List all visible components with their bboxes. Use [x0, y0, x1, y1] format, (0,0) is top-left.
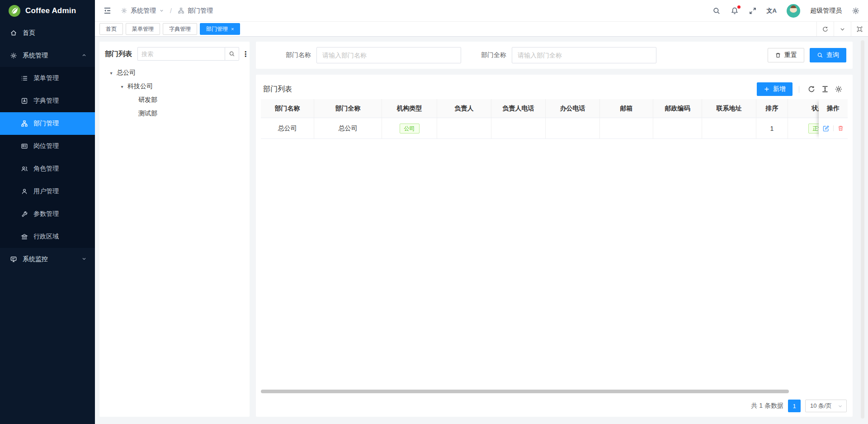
column-header[interactable]: 机构类型: [382, 99, 437, 118]
chevron-down-icon[interactable]: [834, 22, 851, 36]
sidebar-item-post-mgmt[interactable]: 岗位管理: [0, 135, 95, 157]
refresh-icon[interactable]: [816, 22, 834, 36]
tree-node-label: 测试部: [138, 110, 157, 118]
tab-dept-mgmt[interactable]: 部门管理×: [200, 23, 240, 35]
column-header[interactable]: 负责人电话: [491, 99, 546, 118]
sidebar-item-dict-mgmt[interactable]: 字典管理: [0, 90, 95, 112]
row-height-icon[interactable]: [818, 85, 832, 93]
content-area: 部门列表 ⋮ ▾ 总公司 ▾ 科技公司: [95, 37, 868, 424]
sidebar-item-label: 菜单管理: [33, 74, 59, 82]
tree-search-input[interactable]: [137, 47, 225, 61]
tree-search-button[interactable]: [225, 47, 239, 61]
column-header[interactable]: 排序: [756, 99, 788, 118]
tree-node-test[interactable]: 测试部: [105, 107, 244, 120]
plus-icon: [764, 86, 770, 92]
chevron-down-icon: [838, 404, 843, 409]
sidebar-item-label: 部门管理: [33, 119, 59, 128]
dept-name-input[interactable]: [316, 47, 461, 63]
row-actions: [819, 118, 848, 139]
tree-node-label: 研发部: [138, 96, 157, 104]
search-icon[interactable]: [712, 7, 721, 15]
caret-down-icon[interactable]: ▾: [108, 71, 115, 76]
column-header[interactable]: 部门名称: [261, 99, 314, 118]
column-settings-gear-icon[interactable]: [832, 85, 845, 93]
sidebar-item-menu-mgmt[interactable]: 菜单管理: [0, 67, 95, 90]
roles-icon: [21, 165, 28, 172]
toolbar-divider: [799, 86, 799, 93]
cell-postcode: [653, 118, 702, 139]
username[interactable]: 超级管理员: [810, 7, 842, 15]
table-header-row: 部门名称 部门全称 机构类型 负责人 负责人电话 办公电话 邮箱 邮政编码 联系…: [261, 99, 848, 118]
gear-icon: [121, 7, 127, 14]
table-wrapper: 部门名称 部门全称 机构类型 负责人 负责人电话 办公电话 邮箱 邮政编码 联系…: [261, 99, 848, 139]
monitor-icon: [10, 256, 17, 263]
org-chart-icon: [21, 120, 28, 127]
caret-down-icon[interactable]: ▾: [118, 84, 126, 89]
sidebar-item-system[interactable]: 系统管理: [0, 44, 95, 67]
cell-org-type: 公司: [382, 118, 437, 139]
reset-button[interactable]: 重置: [768, 48, 804, 62]
sidebar-item-home[interactable]: 首页: [0, 22, 95, 44]
kebab-menu-icon[interactable]: ⋮: [242, 50, 249, 58]
tab-label: 首页: [106, 25, 117, 33]
notification-badge: [737, 5, 741, 9]
home-icon: [10, 29, 17, 37]
sidebar-item-monitor[interactable]: 系统监控: [0, 248, 95, 271]
fullscreen-icon[interactable]: [749, 7, 757, 15]
chevron-up-icon: [81, 52, 87, 59]
tab-dict-mgmt[interactable]: 字典管理: [163, 23, 197, 35]
tab-menu-mgmt[interactable]: 菜单管理: [126, 23, 160, 35]
horizontal-scrollbar-thumb[interactable]: [261, 390, 789, 393]
tab-label: 部门管理: [206, 25, 228, 33]
tree-node-rd[interactable]: 研发部: [105, 93, 244, 107]
sidebar-item-region[interactable]: 行政区域: [0, 225, 95, 248]
add-button[interactable]: 新增: [757, 82, 793, 96]
avatar[interactable]: [787, 4, 800, 18]
column-header[interactable]: 部门全称: [314, 99, 382, 118]
sidebar-item-label: 岗位管理: [33, 142, 59, 150]
column-header[interactable]: 负责人: [437, 99, 491, 118]
column-header[interactable]: 联系地址: [702, 99, 756, 118]
page-number-button[interactable]: 1: [788, 400, 801, 412]
top-header: 系统管理 / 部门管理 文A 超级管理员: [95, 0, 868, 22]
tree-node-tech[interactable]: ▾ 科技公司: [105, 80, 244, 93]
dept-fullname-input[interactable]: [512, 47, 656, 63]
sidebar-item-dept-mgmt[interactable]: 部门管理: [0, 112, 95, 135]
sidebar-item-label: 字典管理: [33, 97, 59, 105]
breadcrumb-separator: /: [170, 7, 172, 14]
settings-gear-icon[interactable]: [852, 7, 860, 15]
filter-buttons: 重置 查询: [768, 48, 846, 62]
sidebar-item-role-mgmt[interactable]: 角色管理: [0, 157, 95, 180]
column-header[interactable]: 邮箱: [600, 99, 653, 118]
breadcrumb-level1[interactable]: 系统管理: [131, 7, 156, 15]
refresh-icon[interactable]: [805, 85, 818, 93]
tree-node-hq[interactable]: ▾ 总公司: [105, 66, 244, 80]
translate-icon[interactable]: 文A: [767, 7, 777, 15]
table-card-header: 部门列表 新增: [261, 79, 848, 99]
delete-icon[interactable]: [837, 125, 844, 132]
page-size-select[interactable]: 10 条/页: [805, 400, 847, 412]
header-actions: 文A 超级管理员: [712, 4, 860, 18]
column-header[interactable]: 办公电话: [546, 99, 600, 118]
collapse-sidebar-icon[interactable]: [103, 6, 112, 15]
column-header[interactable]: 邮政编码: [653, 99, 702, 118]
dept-tree: ▾ 总公司 ▾ 科技公司 研发部 测试部: [105, 66, 244, 120]
edit-icon[interactable]: [822, 125, 830, 132]
dept-tree-panel: 部门列表 ⋮ ▾ 总公司 ▾ 科技公司: [99, 42, 250, 417]
org-chart-icon: [178, 7, 184, 14]
cell-sort: 1: [756, 118, 788, 139]
notifications-button[interactable]: [731, 7, 739, 15]
close-icon[interactable]: ×: [231, 26, 234, 32]
sidebar-item-user-mgmt[interactable]: 用户管理: [0, 180, 95, 203]
cell-address: [702, 118, 756, 139]
maximize-icon[interactable]: [851, 22, 868, 36]
trash-icon: [775, 52, 781, 58]
sidebar-item-param-mgmt[interactable]: 参数管理: [0, 203, 95, 225]
tab-home[interactable]: 首页: [99, 23, 123, 35]
app-root: Coffee Admin 首页 系统管理 菜单管理 字典管理: [0, 0, 868, 424]
table-row[interactable]: 总公司 总公司 公司 1 正常: [261, 118, 848, 139]
column-header-actions: 操作: [819, 99, 848, 118]
cell-leader-phone: [491, 118, 546, 139]
vertical-scrollbar[interactable]: [861, 40, 864, 419]
search-button[interactable]: 查询: [810, 48, 846, 62]
